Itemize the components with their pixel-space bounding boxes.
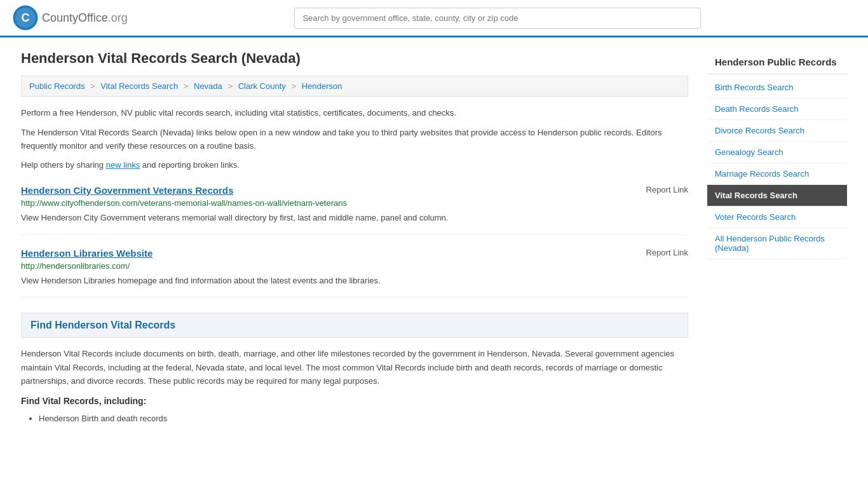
sidebar-item-6[interactable]: Voter Records Search bbox=[707, 207, 847, 228]
sidebar-title: Henderson Public Records bbox=[707, 50, 847, 74]
new-links[interactable]: new links bbox=[106, 160, 140, 170]
report-link-1[interactable]: Report Link bbox=[646, 248, 688, 257]
page-title: Henderson Vital Records Search (Nevada) bbox=[21, 50, 688, 67]
resource-entry-0: Henderson City Government Veterans Recor… bbox=[21, 185, 688, 235]
site-logo[interactable]: C CountyOffice.org bbox=[13, 5, 128, 30]
logo-icon: C bbox=[13, 5, 38, 30]
breadcrumb-sep-2: > bbox=[184, 81, 189, 91]
sidebar-item-3[interactable]: Genealogy Search bbox=[707, 142, 847, 163]
find-list-item-0: Henderson Birth and death records bbox=[39, 411, 688, 426]
content-area: Henderson Vital Records Search (Nevada) … bbox=[21, 50, 688, 426]
breadcrumb-nevada[interactable]: Nevada bbox=[194, 81, 222, 91]
site-header: C CountyOffice.org bbox=[0, 0, 868, 37]
resource-entry-1: Henderson Libraries Website Report Link … bbox=[21, 248, 688, 298]
sidebar-item-2[interactable]: Divorce Records Search bbox=[707, 120, 847, 142]
breadcrumb-henderson[interactable]: Henderson bbox=[302, 81, 342, 91]
logo-text: CountyOffice.org bbox=[42, 11, 128, 25]
sidebar-item-4[interactable]: Marriage Records Search bbox=[707, 163, 847, 185]
description-1: Perform a free Henderson, NV public vita… bbox=[21, 107, 688, 120]
find-list-title: Find Vital Records, including: bbox=[21, 396, 688, 406]
main-container: Henderson Vital Records Search (Nevada) … bbox=[8, 37, 860, 438]
resources-list: Henderson City Government Veterans Recor… bbox=[21, 185, 688, 297]
breadcrumb-sep-1: > bbox=[90, 81, 95, 91]
sidebar-item-0[interactable]: Birth Records Search bbox=[707, 77, 847, 98]
breadcrumb-clark-county[interactable]: Clark County bbox=[238, 81, 286, 91]
find-section-heading: Find Henderson Vital Records bbox=[21, 313, 688, 338]
resource-header-1: Henderson Libraries Website Report Link bbox=[21, 248, 688, 259]
sidebar-item-7[interactable]: All Henderson Public Records (Nevada) bbox=[707, 228, 847, 259]
breadcrumb-vital-records[interactable]: Vital Records Search bbox=[100, 81, 178, 91]
sidebar-items: Birth Records SearchDeath Records Search… bbox=[707, 77, 847, 259]
resource-title-1[interactable]: Henderson Libraries Website bbox=[21, 248, 153, 259]
description-2: The Henderson Vital Records Search (Neva… bbox=[21, 126, 688, 153]
find-list: Henderson Birth and death records bbox=[39, 411, 688, 426]
sidebar: Henderson Public Records Birth Records S… bbox=[707, 50, 847, 426]
svg-text:C: C bbox=[22, 11, 30, 24]
breadcrumb-public-records[interactable]: Public Records bbox=[29, 81, 85, 91]
search-bar bbox=[294, 8, 701, 29]
breadcrumb-sep-4: > bbox=[291, 81, 296, 91]
breadcrumb: Public Records > Vital Records Search > … bbox=[21, 76, 688, 97]
description-3: Help others by sharing new links and rep… bbox=[21, 159, 688, 172]
sidebar-item-5[interactable]: Vital Records Search bbox=[707, 185, 847, 207]
resource-desc-0: View Henderson City Government veterans … bbox=[21, 212, 688, 224]
report-link-0[interactable]: Report Link bbox=[646, 185, 688, 194]
find-section-body: Henderson Vital Records include document… bbox=[21, 347, 688, 388]
resource-url-1[interactable]: http://hendersonlibraries.com/ bbox=[21, 261, 688, 271]
search-input[interactable] bbox=[294, 8, 701, 29]
resource-url-0[interactable]: http://www.cityofhenderson.com/veterans-… bbox=[21, 198, 688, 208]
resource-header-0: Henderson City Government Veterans Recor… bbox=[21, 185, 688, 196]
breadcrumb-sep-3: > bbox=[227, 81, 233, 91]
sidebar-item-1[interactable]: Death Records Search bbox=[707, 98, 847, 120]
resource-title-0[interactable]: Henderson City Government Veterans Recor… bbox=[21, 185, 233, 196]
resource-desc-1: View Henderson Libraries homepage and fi… bbox=[21, 274, 688, 287]
